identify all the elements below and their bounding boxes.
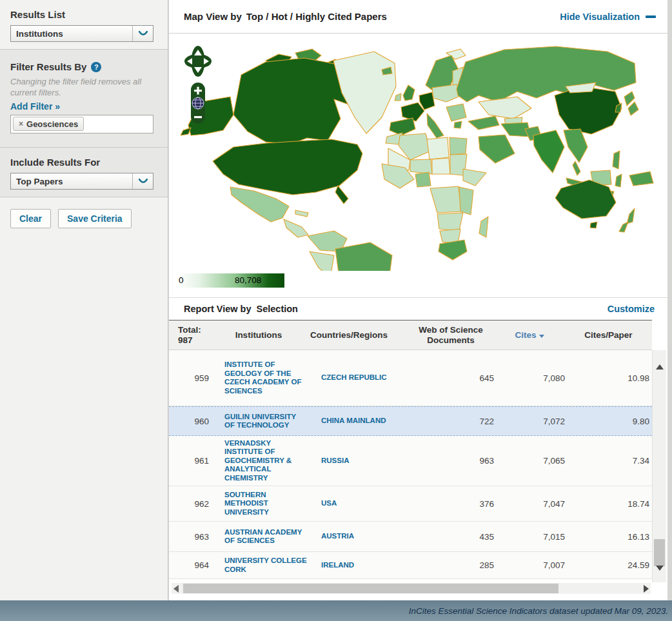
column-header-countries[interactable]: Countries/Regions <box>307 330 391 340</box>
chevron-down-icon <box>132 173 153 189</box>
table-row[interactable]: 964 UNIVERSITY COLLEGE CORK IRELAND 285 … <box>169 552 652 579</box>
filter-tag-label: Geosciences <box>26 119 78 129</box>
table-row-selected[interactable]: 960 GUILIN UNIVERSITY OF TECHNOLOGY CHIN… <box>169 406 652 436</box>
clear-button[interactable]: Clear <box>10 209 51 228</box>
map-controls <box>183 45 213 130</box>
horizontal-scrollbar[interactable] <box>172 583 651 594</box>
filter-tags-box: × Geosciences <box>10 115 153 133</box>
choropleth-world-map[interactable] <box>169 34 667 271</box>
results-table-body: 959 INSTITUTE OF GEOLOGY OF THE CZECH AC… <box>169 350 652 579</box>
sort-descending-icon <box>539 335 544 338</box>
customize-link[interactable]: Customize <box>608 304 655 314</box>
chevron-down-icon <box>132 26 153 41</box>
institution-link[interactable]: UNIVERSITY COLLEGE CORK <box>210 557 307 574</box>
filter-note: Changing the filter field removes all cu… <box>10 76 157 98</box>
scroll-left-icon[interactable] <box>173 585 179 593</box>
pan-control <box>184 46 212 77</box>
table-row[interactable]: 961 VERNADSKY INSTITUTE OF GEOCHEMISTRY … <box>169 436 652 486</box>
hide-visualization-label: Hide Visualization <box>560 12 640 22</box>
vertical-scrollbar[interactable] <box>652 350 666 582</box>
institution-link[interactable]: INSTITUTE OF GEOLOGY OF THE CZECH ACADEM… <box>210 360 307 395</box>
filter-tag-geosciences[interactable]: × Geosciences <box>13 117 84 131</box>
include-results-selected-value: Top Papers <box>11 177 132 186</box>
horizontal-scroll-thumb[interactable] <box>183 584 558 593</box>
institution-link[interactable]: GUILIN UNIVERSITY OF TECHNOLOGY <box>210 413 307 430</box>
include-results-heading: Include Results For <box>10 157 157 168</box>
legend-min-value: 0 <box>179 275 184 285</box>
world-map-area[interactable]: 0 80,708 <box>169 34 667 298</box>
filter-section: Filter Results By ? Changing the filter … <box>0 50 168 148</box>
results-list-section: Results List Institutions <box>0 0 168 50</box>
scroll-up-icon[interactable] <box>656 364 664 370</box>
filter-heading: Filter Results By <box>10 61 86 72</box>
save-criteria-button[interactable]: Save Criteria <box>58 209 132 228</box>
map-view-header: Map View by Top / Hot / Highly Cited Pap… <box>169 0 667 34</box>
institution-link[interactable]: SOUTHERN METHODIST UNIVERSITY <box>210 491 307 517</box>
results-table-header: Total: 987 Institutions Countries/Region… <box>169 320 652 350</box>
map-color-legend: 0 80,708 <box>177 273 284 288</box>
total-count: Total: 987 <box>169 325 210 346</box>
dataset-update-note: InCites Essential Science Indicators dat… <box>409 606 668 616</box>
report-view-mode[interactable]: Selection <box>256 304 297 314</box>
criteria-actions-section: Clear Save Criteria <box>0 197 168 600</box>
results-list-heading: Results List <box>10 9 157 20</box>
column-header-institutions[interactable]: Institutions <box>210 330 307 340</box>
table-row[interactable]: 962 SOUTHERN METHODIST UNIVERSITY USA 37… <box>169 486 652 522</box>
results-list-selected-value: Institutions <box>11 29 132 39</box>
add-filter-link[interactable]: Add Filter » <box>10 101 60 112</box>
institution-link[interactable]: VERNADSKY INSTITUTE OF GEOCHEMISTRY & AN… <box>210 439 307 483</box>
legend-max-value: 80,708 <box>235 275 261 285</box>
column-header-cites-per-paper[interactable]: Cites/Paper <box>565 330 652 340</box>
include-results-select[interactable]: Top Papers <box>10 173 153 190</box>
report-view-label: Report View by <box>184 304 251 314</box>
scroll-down-icon[interactable] <box>656 566 664 571</box>
institution-link[interactable]: AUSTRIAN ACADEMY OF SCIENCES <box>210 528 307 546</box>
table-row[interactable]: 959 INSTITUTE OF GEOLOGY OF THE CZECH AC… <box>169 350 652 406</box>
scroll-right-icon[interactable] <box>644 585 649 593</box>
map-view-label: Map View by <box>184 11 242 22</box>
sidebar: Results List Institutions Filter Results… <box>0 0 168 600</box>
results-list-select[interactable]: Institutions <box>10 25 153 42</box>
map-view-metric[interactable]: Top / Hot / Highly Cited Papers <box>246 11 387 22</box>
column-header-cites[interactable]: Cites <box>494 330 565 340</box>
page-footer: InCites Essential Science Indicators dat… <box>0 600 672 621</box>
zoom-control <box>191 83 205 124</box>
collapse-minus-icon <box>646 15 656 18</box>
column-header-documents[interactable]: Web of Science Documents <box>391 325 494 346</box>
remove-filter-icon[interactable]: × <box>19 119 23 128</box>
table-row[interactable]: 963 AUSTRIAN ACADEMY OF SCIENCES AUSTRIA… <box>169 522 652 552</box>
main-panel: Map View by Top / Hot / Highly Cited Pap… <box>169 0 667 600</box>
help-icon[interactable]: ? <box>91 62 101 72</box>
include-results-section: Include Results For Top Papers <box>0 148 168 197</box>
vertical-scroll-thumb[interactable] <box>654 539 665 566</box>
report-view-header: Report View by Selection Customize <box>169 298 667 320</box>
hide-visualization-link[interactable]: Hide Visualization <box>560 12 656 22</box>
